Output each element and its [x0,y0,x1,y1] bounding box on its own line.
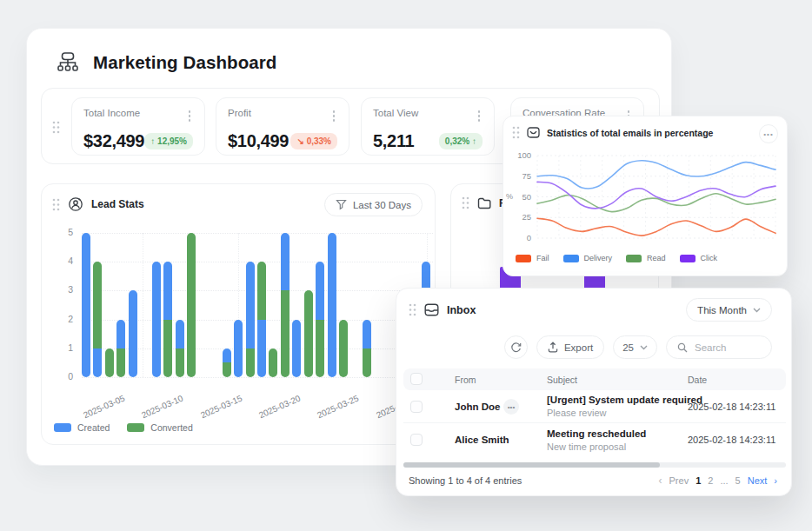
legend-item: Fail [516,254,549,262]
table-row[interactable]: John Doe ••• [Urgent] System update requ… [403,390,786,423]
kpi-trend-badge: 0,32% ↑ [439,133,483,149]
row-subject: Meeting rescheduled [547,428,646,439]
row-date: 2025-02-18 14:23:11 [688,402,775,412]
lead-chart-y-tick: 5 [54,227,73,237]
kpi-trend-badge: ↑ 12,95% [144,133,193,149]
lead-chart-x-tick: 2025-03-15 [189,393,243,424]
inbox-footer: Showing 1 to 4 of 4 entries ‹ Prev 1 2 .… [409,475,777,487]
dashboard-header: Marketing Dashboard [55,50,277,76]
page-size-value: 25 [622,342,634,353]
kpi-menu-icon[interactable] [186,108,194,124]
lead-bar [152,262,161,377]
page-ellipsis: ... [720,475,728,486]
column-header-date: Date [688,375,707,385]
lead-bar [292,320,301,377]
page: Marketing Dashboard Total Income $32,499… [0,0,812,531]
row-subject-cell: [Urgent] System update required Please r… [547,395,702,418]
drag-handle-icon[interactable] [409,303,416,316]
lead-bar [163,262,172,377]
row-checkbox[interactable] [410,401,423,413]
kpi-value: $10,499 [228,131,289,151]
drag-handle-icon[interactable] [512,126,520,139]
export-button[interactable]: Export [536,335,604,359]
scrollbar-thumb[interactable] [403,462,660,468]
email-chart-y-unit: % [506,192,513,201]
lead-chart-x-tick: 2025-03-25 [306,393,361,424]
card-menu-button[interactable]: ••• [759,124,778,143]
email-stats-panel: Statistics of total emails in percentage… [503,116,788,276]
lead-chart-x-tick: 2025-03-10 [130,393,185,424]
email-chart-y-tick: 25 [509,212,531,222]
horizontal-scrollbar[interactable] [403,462,786,468]
page-button-2[interactable]: 2 [708,475,713,486]
row-menu-button[interactable]: ••• [503,399,519,415]
kpi-card-total-view: Total View 5,211 0,32% ↑ [361,97,495,156]
entries-summary: Showing 1 to 4 of 4 entries [409,475,522,486]
table-row[interactable]: Alice Smith Meeting rescheduled New time… [403,423,786,456]
lead-bar [82,233,90,377]
prev-button[interactable]: Prev [669,475,689,486]
lead-chart-legend: CreatedConverted [54,422,193,433]
chevron-down-icon [753,308,761,313]
date-range-label: Last 30 Days [353,200,411,210]
inbox-icon [424,303,439,316]
legend-swatch [626,255,642,262]
page-button-1[interactable]: 1 [696,475,701,486]
export-icon [548,342,558,353]
period-select[interactable]: This Month [686,298,772,322]
legend-swatch [563,255,579,262]
row-preview: Please review [547,408,702,418]
row-date: 2025-02-18 14:23:11 [688,435,775,445]
mail-icon [527,127,540,138]
row-subject-cell: Meeting rescheduled New time proposal [547,428,646,452]
lead-bar [316,262,324,377]
refresh-button[interactable] [504,335,528,359]
inbox-title: Inbox [447,304,476,316]
kpi-card-total-income: Total Income $32,499 ↑ 12,95% [71,97,205,156]
column-header-subject: Subject [547,375,577,385]
next-button[interactable]: Next [748,475,768,486]
drag-handle-icon[interactable] [52,121,60,134]
inbox-table: From Subject Date John Doe ••• [Urgent] … [403,368,786,456]
select-all-checkbox[interactable] [410,373,423,385]
lead-chart-y-tick: 0 [54,371,73,382]
lead-bar [93,262,102,377]
lead-bar [269,348,277,377]
lead-bar [257,262,266,377]
date-range-filter-button[interactable]: Last 30 Days [324,193,423,216]
legend-item: Delivery [563,254,613,262]
lead-bar [363,320,371,377]
next-chevron-icon[interactable]: › [774,475,777,486]
lead-bar [116,320,125,377]
lead-chart-x-tick: 2025-03-05 [71,393,126,424]
table-header-row: From Subject Date [403,368,786,390]
kpi-title: Total Income [83,108,140,118]
search-placeholder: Search [695,342,726,353]
drag-handle-icon[interactable] [462,196,469,209]
kpi-menu-icon[interactable] [476,108,483,124]
lead-bar [328,233,336,377]
kpi-title: Profit [228,108,251,118]
legend-item: Click [680,254,718,262]
page-title: Marketing Dashboard [93,52,277,73]
lead-chart-y-tick: 1 [54,342,73,353]
lead-bar [246,262,255,377]
lead-bar [176,320,184,377]
leads-icon [68,196,83,212]
row-checkbox[interactable] [410,434,423,446]
lead-bar [234,320,243,377]
kpi-menu-icon[interactable] [330,108,338,124]
lead-bar [281,233,290,377]
drag-handle-icon[interactable] [52,198,60,211]
funnel-icon [336,199,347,210]
prev-chevron-icon[interactable]: ‹ [659,475,662,487]
page-size-select[interactable]: 25 [613,335,657,359]
row-from: Alice Smith [455,435,509,445]
column-header-from: From [455,375,476,385]
page-button-5[interactable]: 5 [735,475,741,486]
email-chart-y-tick: 100 [509,150,531,160]
lead-chart-y-tick: 3 [54,284,73,295]
row-subject: [Urgent] System update required [547,395,702,405]
legend-swatch [54,423,71,432]
search-input[interactable]: Search [666,335,772,359]
